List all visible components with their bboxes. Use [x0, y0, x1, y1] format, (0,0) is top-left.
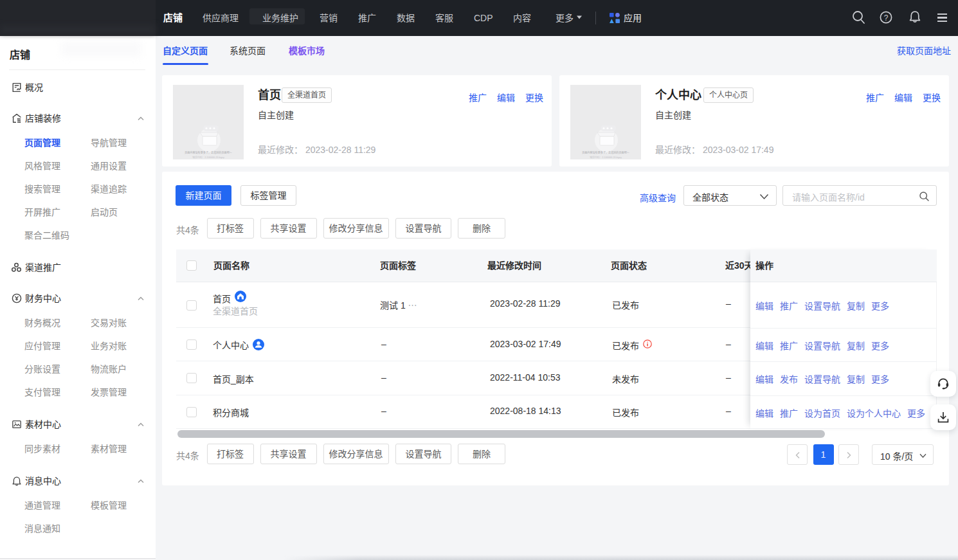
- svg-text:错误代码：2-100000-20.bgxy: 错误代码：2-100000-20.bgxy: [590, 156, 622, 159]
- svg-text:错误代码：2-100000-20.bgxy: 错误代码：2-100000-20.bgxy: [192, 156, 224, 159]
- svg-text:页面内容没有更多了，去逛别的页面吧～: 页面内容没有更多了，去逛别的页面吧～: [185, 150, 232, 154]
- svg-text:?: ?: [884, 14, 889, 23]
- svg-text:页面内容没有更多了，去逛别的页面吧～: 页面内容没有更多了，去逛别的页面吧～: [582, 150, 629, 154]
